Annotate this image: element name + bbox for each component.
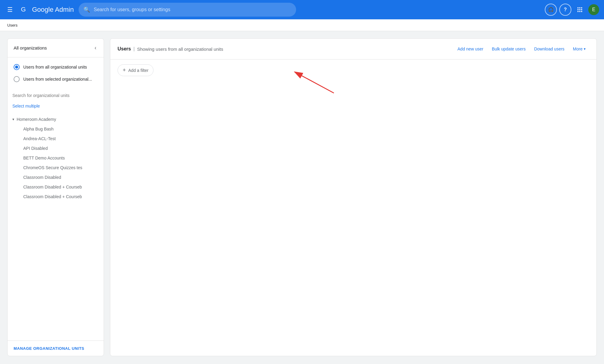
add-new-user-button[interactable]: Add new user (454, 44, 487, 54)
help-icon-btn[interactable]: ? (559, 4, 571, 16)
support-icon-btn[interactable]: 🎧 (545, 4, 557, 16)
org-child-chromeos[interactable]: ChromeOS Secure Quizzes tes (8, 163, 104, 172)
content-area: Users | Showing users from all organizat… (110, 38, 597, 356)
bulk-update-users-button[interactable]: Bulk update users (488, 44, 529, 54)
add-filter-button[interactable]: + Add a filter (118, 64, 153, 76)
content-subtitle: Showing users from all organizational un… (137, 47, 223, 52)
org-child-classroomdisabledcourse1[interactable]: Classroom Disabled + Courseb (8, 182, 104, 192)
hamburger-menu[interactable]: ☰ (5, 4, 15, 16)
org-search-input[interactable] (12, 91, 99, 100)
help-icon: ? (564, 7, 567, 12)
nav-right-actions: 🎧 ? E (545, 4, 599, 16)
org-tree: ▾ Homeroom Academy Alpha Bug Bash Andrea… (8, 112, 104, 340)
breadcrumb-bar: Users (0, 19, 604, 31)
org-child-alphabugbash[interactable]: Alpha Bug Bash (8, 124, 104, 134)
filter-bar: + Add a filter (110, 60, 596, 81)
sidebar: All organizations ‹ Users from all organ… (7, 38, 104, 356)
radio-selected-orgs[interactable]: Users from selected organizational... (10, 73, 101, 85)
org-parent-label: Homeroom Academy (17, 117, 56, 122)
content-header: Users | Showing users from all organizat… (110, 39, 596, 60)
chevron-down-icon: ▾ (12, 117, 14, 121)
plus-icon: + (123, 67, 126, 73)
radio-all-orgs[interactable]: Users from all organizational units (10, 61, 101, 73)
radio-selected-orgs-indicator (14, 76, 20, 82)
apps-grid-icon (577, 7, 582, 12)
org-child-classroomdisabled[interactable]: Classroom Disabled (8, 172, 104, 182)
download-users-button[interactable]: Download users (531, 44, 568, 54)
org-child-apidisabled[interactable]: API Disabled (8, 143, 104, 153)
top-navigation: ☰ G Google Admin 🔍 🎧 ? E (0, 0, 604, 19)
radio-selected-orgs-label: Users from selected organizational... (23, 77, 92, 82)
radio-all-orgs-label: Users from all organizational units (23, 65, 87, 69)
content-actions: Add new user Bulk update users Download … (454, 44, 589, 54)
main-layout: All organizations ‹ Users from all organ… (0, 31, 604, 363)
search-icon: 🔍 (83, 6, 90, 13)
sidebar-search[interactable] (8, 89, 104, 102)
google-logo-icon: G (20, 5, 30, 14)
select-multiple-link[interactable]: Select multiple (8, 102, 104, 112)
content-title-separator: | (133, 46, 134, 52)
more-button[interactable]: More ▾ (569, 44, 589, 54)
global-search[interactable]: 🔍 (79, 3, 296, 17)
sidebar-footer[interactable]: MANAGE ORGANIZATIONAL UNITS (8, 340, 104, 356)
sidebar-collapse-btn[interactable]: ‹ (93, 43, 98, 52)
org-parent-homeroom[interactable]: ▾ Homeroom Academy (8, 114, 104, 124)
org-child-andreaacl[interactable]: Andrea-ACL-Test (8, 134, 104, 143)
svg-text:G: G (21, 6, 26, 13)
sidebar-options: Users from all organizational units User… (8, 57, 104, 89)
org-child-classroomdisabledcourse2[interactable]: Classroom Disabled + Courseb (8, 192, 104, 201)
content-title: Users (118, 46, 131, 52)
more-label: More (573, 47, 583, 51)
add-filter-label: Add a filter (128, 68, 149, 73)
user-avatar[interactable]: E (588, 4, 599, 15)
manage-org-units-link[interactable]: MANAGE ORGANIZATIONAL UNITS (14, 346, 84, 351)
search-input[interactable] (94, 7, 291, 12)
apps-menu-btn[interactable] (574, 4, 586, 16)
app-name: Google Admin (32, 6, 74, 14)
org-child-bettdemo[interactable]: BETT Demo Accounts (8, 153, 104, 163)
sidebar-title: All organizations (14, 45, 47, 50)
sidebar-header: All organizations ‹ (8, 39, 104, 57)
content-title-section: Users | Showing users from all organizat… (118, 46, 449, 52)
breadcrumb-label: Users (7, 23, 18, 27)
headset-icon: 🎧 (548, 7, 554, 12)
chevron-down-icon: ▾ (584, 47, 586, 51)
app-logo: G Google Admin (20, 5, 74, 14)
radio-all-orgs-indicator (14, 64, 20, 70)
